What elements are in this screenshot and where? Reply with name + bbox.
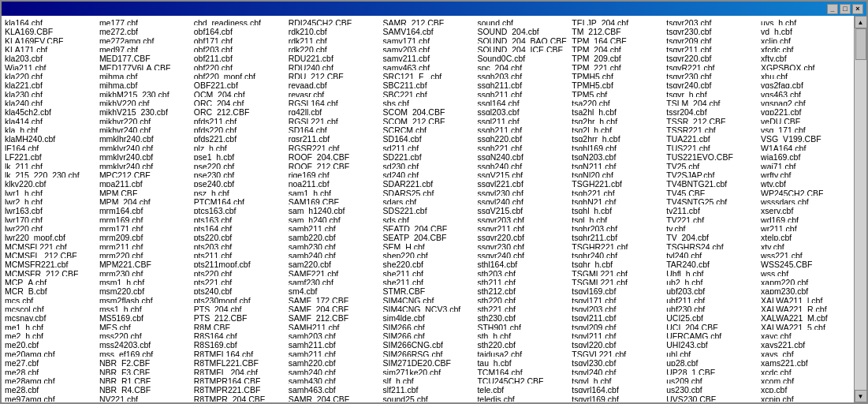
list-item[interactable]: MPM.CBF [97,187,192,196]
list-item[interactable]: TPMH5.cbf [569,70,664,79]
list-item[interactable]: R8TMPR221.CBF [192,383,286,392]
list-item[interactable]: klkv220.cbf [2,178,97,186]
scrollbar-track[interactable] [855,28,866,390]
list-item[interactable]: tsg2hrr_h.cbf [569,133,664,141]
list-item[interactable]: ssgvr211.cbf [475,223,569,231]
list-item[interactable]: xavs_cbf [758,348,853,357]
list-item[interactable]: kla203.cbf [2,52,97,61]
list-item[interactable]: xtv.cbf [758,241,853,249]
list-item[interactable]: SAM169.CBF [286,196,381,204]
list-item[interactable]: RDU221.cbf [286,52,381,61]
list-item[interactable]: ssgvl240.cbf [475,196,569,204]
list-item[interactable]: LF221.cbf [2,151,97,159]
list-item[interactable]: SBC211.cbf [381,79,475,88]
list-item[interactable]: uvs_h.cbf [758,17,853,25]
list-item[interactable]: mmklhr240.cbf [97,133,192,141]
list-item[interactable]: MED177V6LA.CBF [97,62,192,70]
list-item[interactable]: lk_215_220_230.cbf [2,169,97,178]
list-item[interactable]: TV_204.cbf [664,231,758,240]
list-item[interactable]: MS5169.cbf [97,312,192,320]
list-item[interactable]: TSGH221.cbf [569,178,664,186]
list-item[interactable]: Wia211.cbf [2,62,97,70]
list-item[interactable]: wsssdars.cbf [758,196,853,204]
list-item[interactable]: SOUND_204.cbf [475,25,569,34]
list-item[interactable]: pts211mopf.cbf [192,258,286,267]
list-item[interactable]: SCRCM.cbf [381,124,475,133]
list-item[interactable]: MCR_B.cbf [2,285,97,294]
list-item[interactable]: tsghr240.cbf [569,249,664,258]
list-item[interactable]: TSSR221.cbf [664,124,758,133]
list-item[interactable]: teledis.cbf [475,393,569,402]
list-item[interactable]: TPM_204.cbf [569,43,664,52]
list-item[interactable]: lwr163.cbf [2,204,97,213]
list-item[interactable]: tsg2hr_h.cbf [569,115,664,124]
list-item[interactable]: tsgvl230.cbf [569,357,664,365]
list-item[interactable]: SAMH211.cbf [286,321,381,330]
list-item[interactable]: tsa220.cbf [569,97,664,106]
scrollbar[interactable]: ▲ ▼ [854,16,866,402]
list-item[interactable]: tsgvl240.cbf [569,366,664,375]
list-item[interactable]: mrm169.cbf [97,214,192,223]
list-item[interactable]: tsghr_h.cbf [569,258,664,267]
list-item[interactable]: tsghN21.cbf [569,196,664,204]
list-item[interactable]: samh211.cbf [286,339,381,347]
list-item[interactable]: mss220.cbf [97,330,192,339]
list-item[interactable]: sthl164.cbf [475,258,569,267]
close-button[interactable]: × [852,4,863,14]
list-item[interactable]: pts211.cbf [192,249,286,258]
list-item[interactable]: MPM_204.cbf [97,196,192,204]
list-item[interactable]: lwr170.cbf [2,214,97,223]
list-item[interactable]: tsgvl_h.cbf [569,375,664,383]
list-item[interactable]: me20amg.cbf [2,348,97,357]
list-item[interactable]: ORC_212.CBF [192,106,286,114]
list-item[interactable]: lk_211.cbf [2,160,97,169]
list-item[interactable]: me27.cbf [2,357,97,365]
list-item[interactable]: TSGHRS24.cbf [664,241,758,249]
list-item[interactable]: lwr2_h.cbf [2,196,97,204]
list-item[interactable]: wai71.cbf [758,160,853,169]
list-item[interactable]: vgp221.cbf [758,106,853,114]
list-item[interactable]: sbs.cbf [381,97,475,106]
list-item[interactable]: XALWA221_5.cbf [758,321,853,330]
minimize-button[interactable]: _ [827,4,838,14]
list-item[interactable]: sim4lde.cbf [381,312,475,320]
list-item[interactable]: Sound0C.cbf [475,52,569,61]
list-item[interactable]: tsgvl203.cbf [569,303,664,312]
list-item[interactable]: ssgV215.cbf [475,169,569,178]
list-item[interactable]: SDARS25.cbf [381,187,475,196]
list-item[interactable]: taidusa2.cbf [475,348,569,357]
list-item[interactable]: sth220.cbf [475,294,569,303]
list-item[interactable]: TELJP_204.cbf [569,17,664,25]
list-item[interactable]: RDU_212.CBF [286,70,381,79]
list-item[interactable]: mss1_h.cbf [97,303,192,312]
list-item[interactable]: RDU240.cbf [286,62,381,70]
list-item[interactable]: vgs2fag.cbf [758,79,853,88]
list-item[interactable]: wd169.cbf [758,214,853,223]
list-item[interactable]: ubf203.cbf [664,285,758,294]
list-item[interactable]: mss_ef169.cbf [97,348,192,357]
list-item[interactable]: us230.cbf [664,383,758,392]
list-item[interactable]: sam_h1240.cbf [286,204,381,213]
list-item[interactable]: vsg_171.cbf [758,124,853,133]
list-item[interactable]: sam1_h.cbf [286,187,381,196]
list-item[interactable]: tsa2hl_h.cbf [569,106,664,114]
list-item[interactable]: she211.cbf [381,267,475,276]
list-item[interactable]: cbd_readiness.cbf [192,17,286,25]
list-item[interactable]: R8M.CBF [192,321,286,330]
list-item[interactable]: wrftv.cbf [758,169,853,178]
list-item[interactable]: ssgh211.cbf [475,124,569,133]
list-item[interactable]: slf211.cbf [381,383,475,392]
list-item[interactable]: pfds211.cbf [192,115,286,124]
list-item[interactable]: SDS221.cbf [381,204,475,213]
list-item[interactable]: pts240.cbf [192,285,286,294]
list-item[interactable]: xavc.cbf [758,330,853,339]
list-item[interactable]: us209.cbf [664,375,758,383]
list-item[interactable]: xftv.cbf [758,52,853,61]
list-item[interactable]: tsgvr209.cbf [664,35,758,43]
list-item[interactable]: tsgNl20.cbf [569,169,664,178]
list-item[interactable]: SCOM_212.CBF [381,115,475,124]
list-item[interactable]: tsghl_h.cbf [569,204,664,213]
list-item[interactable]: mikhV220.cbf [97,97,192,106]
list-item[interactable]: mrm209.cbf [97,231,192,240]
list-item[interactable]: mihma.cbf [97,79,192,88]
